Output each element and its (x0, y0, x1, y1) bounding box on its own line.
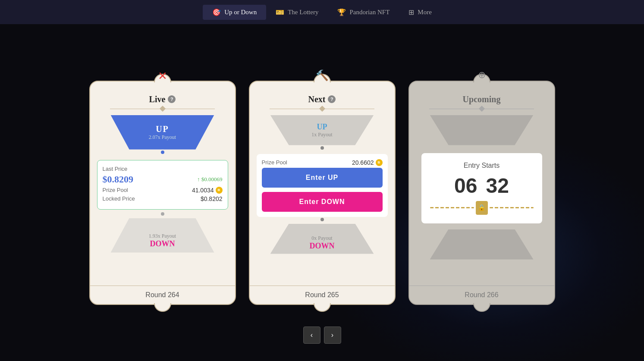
next-round-label: Round 265 (305, 291, 339, 298)
upcoming-card-title: Upcoming (463, 94, 501, 104)
next-down-connector (320, 218, 324, 221)
live-locked-price-label: Locked Price (103, 195, 135, 202)
tab-lottery-label: The Lottery (288, 9, 318, 16)
upcoming-card: ⊕ Upcoming Entry Starts 06 32 (408, 81, 555, 305)
live-help-icon[interactable]: ? (168, 95, 176, 103)
live-card-icon: ✕ (158, 69, 167, 83)
next-notch-bottom (314, 303, 331, 312)
live-last-price-row: Last Price (103, 166, 223, 172)
live-diamond (159, 106, 165, 112)
live-prize-pool-label: Prize Pool (103, 187, 128, 193)
next-up-payout: 1x Payout (311, 132, 332, 138)
next-help-icon[interactable]: ? (328, 95, 336, 103)
upcoming-round-label: Round 266 (465, 291, 498, 298)
live-notch-bottom (154, 303, 171, 312)
next-down-section: 0x Payout DOWN (257, 224, 388, 254)
upcoming-title-text: Upcoming (463, 94, 501, 104)
live-card-title: Live ? (149, 94, 176, 104)
live-prize-pool-number: 41.0034 (192, 187, 214, 194)
next-up-section: UP 1x Payout (257, 115, 388, 151)
next-prize-pool-label: Prize Pool (262, 159, 287, 166)
live-round-label: Round 264 (145, 291, 179, 298)
live-prize-pool-row: Prize Pool 41.0034 B (103, 187, 223, 194)
navbar: 🎯 Up or Down 🎫 The Lottery 🏆 Pandorian N… (0, 0, 644, 24)
entry-starts-label: Entry Starts (430, 162, 534, 170)
next-down-shape: 0x Payout DOWN (270, 224, 374, 254)
next-card-bottom: Round 265 (250, 286, 395, 304)
next-down-payout: 0x Payout (311, 235, 332, 242)
upcoming-card-bottom: Round 266 (409, 286, 554, 304)
upcoming-up-section (416, 115, 547, 145)
chain-left (430, 207, 474, 208)
prev-arrow-button[interactable]: ‹ (303, 326, 320, 344)
chain-decoration: 🔒 (430, 201, 534, 215)
nft-icon: 🏆 (337, 8, 346, 16)
upcoming-diamond (478, 106, 484, 112)
next-up-label: UP (317, 122, 327, 132)
live-down-connector (161, 212, 164, 216)
entry-hours: 06 (454, 174, 477, 198)
live-locked-price-value: $0.8202 (201, 195, 223, 202)
next-arrow-icon: › (331, 331, 333, 339)
live-last-price-label: Last Price (103, 166, 128, 172)
tab-up-or-down[interactable]: 🎯 Up or Down (203, 5, 266, 20)
next-arrow-button[interactable]: › (324, 326, 341, 344)
upcoming-notch-bottom (473, 303, 490, 312)
tab-up-or-down-label: Up or Down (224, 9, 257, 16)
next-diamond (319, 106, 325, 112)
prev-arrow-icon: ‹ (311, 331, 313, 339)
live-price-value: $0.8209 (103, 174, 134, 185)
live-divider (110, 109, 215, 109)
next-title-text: Next (308, 94, 326, 104)
live-info-box: Last Price $0.8209 ↑ $0.00069 Prize Pool… (97, 160, 228, 210)
entry-starts-box: Entry Starts 06 32 🔒 (421, 153, 542, 223)
live-up-connector (161, 151, 164, 154)
live-price-value-row: $0.8209 ↑ $0.00069 (103, 174, 223, 185)
lottery-icon: 🎫 (276, 8, 284, 16)
next-prize-box: Prize Pool 20.6602 B Enter UP Enter DOWN (257, 154, 388, 217)
up-or-down-icon: 🎯 (212, 8, 221, 16)
next-bnb-icon: B (376, 159, 383, 166)
tab-more-label: More (418, 9, 432, 16)
more-icon: ⊞ (408, 8, 414, 16)
next-divider (270, 109, 374, 109)
next-up-connector (320, 146, 324, 150)
next-prize-pool-number: 20.6602 (352, 159, 374, 166)
upcoming-divider (429, 109, 534, 109)
next-card: 🔨 Next ? UP 1x Payout Prize Pool (249, 81, 396, 305)
enter-down-button[interactable]: Enter DOWN (262, 192, 383, 212)
tab-the-lottery[interactable]: 🎫 The Lottery (266, 5, 328, 20)
live-bnb-icon: B (216, 187, 223, 194)
live-up-section: UP 2.07x Payout (97, 115, 228, 155)
next-up-shape: UP 1x Payout (270, 115, 374, 145)
next-down-label: DOWN (310, 242, 335, 251)
live-up-payout: 2.07x Payout (149, 134, 176, 141)
live-down-shape: 1.93x Payout DOWN (111, 218, 214, 253)
entry-minutes: 32 (486, 174, 509, 198)
live-up-label: UP (156, 124, 169, 134)
next-card-icon: 🔨 (316, 69, 329, 82)
tab-pandorian-nft[interactable]: 🏆 Pandorian NFT (328, 5, 399, 20)
live-price-change: ↑ $0.00069 (197, 176, 223, 183)
upcoming-card-icon: ⊕ (478, 69, 486, 81)
chain-right (490, 207, 534, 208)
next-prize-pool-row: Prize Pool 20.6602 B (262, 159, 383, 166)
upcoming-up-shape (430, 115, 534, 145)
live-down-payout: 1.93x Payout (149, 233, 176, 239)
live-prize-pool-value: 41.0034 B (192, 187, 223, 194)
live-down-label: DOWN (150, 239, 175, 248)
lock-icon: 🔒 (476, 201, 488, 215)
main-content: ✕ Live ? UP 2.07x Payout Last Price (0, 24, 644, 361)
upcoming-down-shape (430, 229, 534, 260)
live-title-text: Live (149, 94, 166, 104)
live-locked-price-row: Locked Price $0.8202 (103, 195, 223, 202)
tab-nft-label: Pandorian NFT (349, 9, 390, 16)
live-card: ✕ Live ? UP 2.07x Payout Last Price (89, 81, 236, 305)
upcoming-down-section (416, 229, 547, 260)
tab-more[interactable]: ⊞ More (399, 5, 441, 20)
enter-up-button[interactable]: Enter UP (262, 168, 383, 188)
live-up-shape: UP 2.07x Payout (111, 115, 214, 150)
nav-arrows: ‹ › (303, 326, 341, 344)
live-down-section: 1.93x Payout DOWN (97, 218, 228, 253)
next-card-title: Next ? (308, 94, 336, 104)
